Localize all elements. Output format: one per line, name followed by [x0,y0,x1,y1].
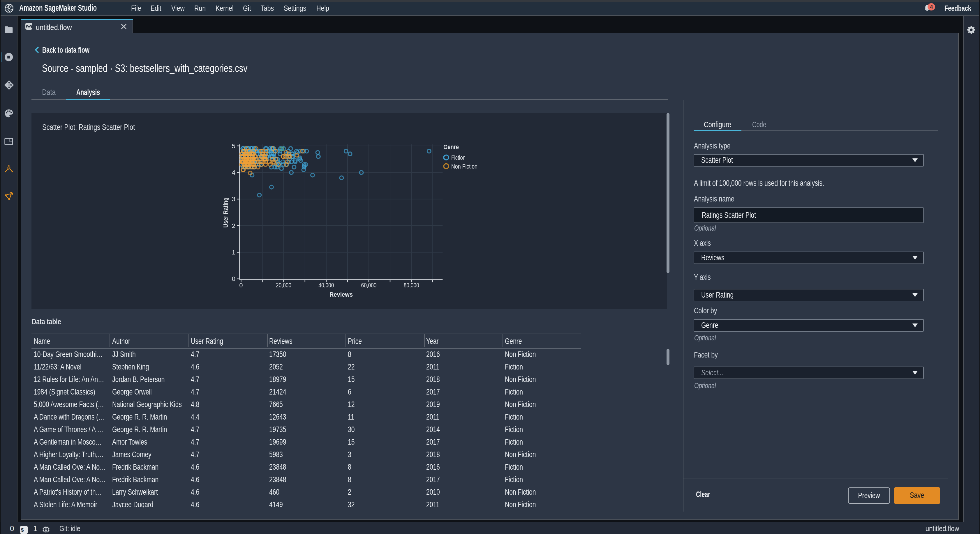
svg-text:Non Fiction: Non Fiction [451,163,477,170]
svg-text:0: 0 [239,281,243,289]
svg-text:3: 3 [232,195,235,203]
svg-text:Reviews: Reviews [329,291,353,298]
svg-text:Fiction: Fiction [451,154,466,161]
svg-text:2: 2 [232,222,235,229]
svg-text:0: 0 [232,275,235,283]
svg-text:20,000: 20,000 [276,281,291,289]
svg-text:80,000: 80,000 [404,281,419,289]
svg-text:1: 1 [232,249,235,256]
svg-text:5: 5 [232,142,235,149]
svg-text:60,000: 60,000 [361,281,377,289]
svg-text:40,000: 40,000 [318,281,334,289]
svg-text:User Rating: User Rating [222,197,229,228]
svg-text:4: 4 [232,169,235,176]
svg-text:Genre: Genre [443,143,459,151]
